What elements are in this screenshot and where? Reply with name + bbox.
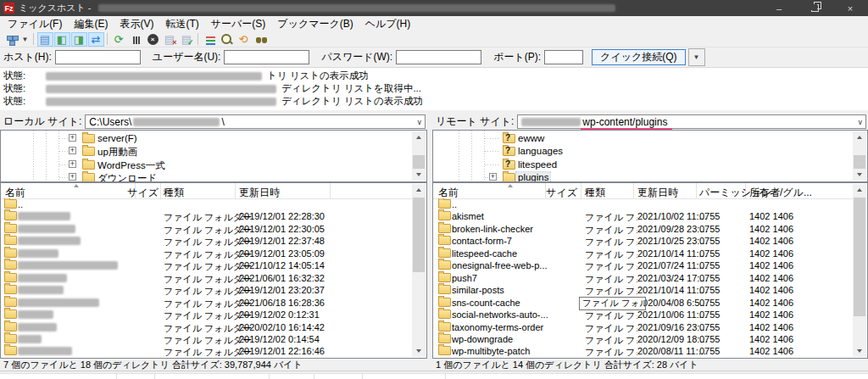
quickconnect-dropdown[interactable]: ▼	[688, 48, 705, 66]
file-row[interactable]: ファイル フォルダー2021/06/01 16:32:32	[1, 272, 412, 284]
menu-item[interactable]: ファイル(F)	[2, 16, 68, 32]
local-list-scrollbar[interactable]	[412, 184, 426, 357]
file-row[interactable]: ファイル フォルダー2020/02/10 16:14:42	[1, 321, 412, 333]
menu-item[interactable]: 編集(E)	[68, 16, 114, 32]
file-row[interactable]: broken-link-checkerファイル フォ...2021/09/28 …	[433, 223, 853, 235]
scroll-up-icon[interactable]	[853, 184, 866, 196]
find-files-button[interactable]	[253, 32, 269, 47]
chevron-down-icon[interactable]: ∨	[416, 118, 422, 126]
file-row[interactable]: akismetファイル フォ...2021/10/02 11:...075514…	[433, 210, 853, 222]
site-manager-dropdown[interactable]: ▼	[20, 32, 31, 47]
tree-item[interactable]: +ダウンロード	[1, 171, 411, 182]
file-row[interactable]: ファイル フォルダー2021/06/18 16:28:36	[1, 297, 412, 309]
scroll-down-icon[interactable]	[853, 345, 866, 357]
minimize-button[interactable]: –	[761, 0, 797, 16]
file-row[interactable]: litespeed-cacheファイル フォ...2021/10/14 11:.…	[433, 248, 853, 259]
file-row[interactable]: ..	[1, 198, 412, 210]
menu-item[interactable]: サーバー(S)	[205, 16, 272, 32]
tree-item[interactable]: +up用動画	[1, 145, 411, 158]
file-row[interactable]: social-networks-auto-...ファイル フォ...2021/1…	[433, 309, 853, 320]
file-row[interactable]: wp-downgradeファイル フォ...2020/12/09 18:...0…	[433, 333, 853, 345]
redacted-local-path	[133, 118, 220, 126]
cancel-button[interactable]: ×	[145, 32, 161, 47]
toggle-remote-tree-button[interactable]: ◨	[71, 32, 87, 47]
file-date: 2019/12/01 22:37:48	[239, 236, 325, 246]
disconnect-button[interactable]: ▤×	[162, 32, 178, 47]
remote-path-combobox[interactable]: wp-content/plugins ∨	[517, 114, 866, 129]
reconnect-button[interactable]: ▤✓	[179, 32, 195, 47]
restore-button[interactable]	[797, 0, 832, 16]
username-input[interactable]	[224, 50, 309, 64]
filter-button[interactable]	[202, 32, 218, 47]
expand-plus-icon[interactable]: +	[69, 134, 76, 142]
tree-item[interactable]: +plugins	[433, 171, 852, 182]
password-label: パスワード(W):	[321, 50, 392, 64]
file-row[interactable]: similar-postsファイル フォ...2021/10/14 11:...…	[433, 284, 853, 296]
file-row[interactable]: ファイル フォルダー2019/12/01 23:20:37	[1, 284, 412, 296]
password-input[interactable]	[396, 50, 481, 64]
toggle-local-tree-button[interactable]: ◧	[54, 32, 70, 47]
scroll-up-icon[interactable]	[412, 131, 426, 143]
tree-item[interactable]: +server(F)	[1, 132, 411, 145]
file-owner: 1402 1406	[749, 273, 793, 283]
host-input[interactable]	[55, 50, 141, 64]
file-row[interactable]: ファイル フォルダー2019/12/01 22:37:48	[1, 235, 412, 247]
menu-item[interactable]: 表示(V)	[114, 16, 159, 32]
site-manager-button[interactable]	[3, 32, 19, 47]
expand-plus-icon[interactable]: +	[489, 173, 497, 181]
refresh-button[interactable]: ⟳	[111, 32, 127, 47]
file-row[interactable]: ..	[433, 198, 853, 210]
tree-item[interactable]: ?ewww	[433, 132, 852, 145]
menu-item[interactable]: ヘルプ(H)	[359, 16, 417, 32]
expand-plus-icon[interactable]: +	[69, 147, 76, 154]
file-row[interactable]: ファイル フォルダー2019/12/02 0:12:31	[1, 309, 412, 320]
file-row[interactable]: contact-form-7ファイル フォ...2021/10/25 23:..…	[433, 235, 853, 247]
quickconnect-button[interactable]: クイック接続(Q)	[592, 49, 685, 65]
directory-comparison-button[interactable]	[219, 32, 235, 47]
scrollbar-thumb[interactable]	[413, 155, 425, 169]
file-row[interactable]: taxonomy-terms-orderファイル フォ...2021/09/16…	[433, 321, 853, 333]
file-date: 2021/10/12 14:05:14	[239, 260, 325, 270]
file-row[interactable]: wp-multibyte-patchファイル フォ...2020/08/11 1…	[433, 345, 853, 357]
file-row[interactable]: ファイル フォルダー2019/12/01 22:28:30	[1, 210, 412, 222]
expand-plus-icon[interactable]: +	[69, 173, 76, 181]
tree-item[interactable]: ?litespeed	[433, 159, 852, 171]
file-row[interactable]: ファイル フォルダー2019/12/01 22:16:46	[1, 345, 412, 357]
redacted-file-name	[18, 323, 57, 332]
file-row[interactable]: ファイル フォルダー2019/12/01 23:05:09	[1, 248, 412, 259]
folder-icon	[4, 298, 17, 307]
close-button[interactable]: ×	[832, 0, 868, 16]
scroll-up-icon[interactable]	[412, 184, 426, 196]
remote-tree-scrollbar[interactable]	[853, 131, 866, 181]
remote-list-scrollbar[interactable]	[853, 184, 866, 357]
port-input[interactable]	[544, 50, 583, 64]
scroll-down-icon[interactable]	[412, 169, 426, 181]
synchronized-browsing-button[interactable]: ⟲	[236, 32, 252, 47]
file-row[interactable]: ファイル フォルダー2019/12/01 22:30:05	[1, 223, 412, 235]
menu-item[interactable]: 転送(T)	[159, 16, 204, 32]
file-row[interactable]: ファイル フォルダー2021/10/12 14:05:14	[1, 259, 412, 271]
expand-plus-icon[interactable]: +	[69, 160, 76, 168]
toggle-local-tree-icon: ◧	[57, 34, 67, 45]
scroll-down-icon[interactable]	[412, 345, 426, 357]
toggle-message-log-button[interactable]: ▤	[37, 32, 53, 47]
scrollbar-thumb[interactable]	[413, 198, 425, 272]
queue-column-separator	[445, 374, 446, 379]
file-row[interactable]: onesignal-free-web-p...ファイル フォ...2021/07…	[433, 259, 853, 271]
local-tree-scrollbar[interactable]	[412, 131, 426, 181]
chevron-down-icon[interactable]: ∨	[857, 118, 863, 126]
scrollbar-thumb[interactable]	[854, 198, 865, 316]
tree-item[interactable]: +WordPress一式	[1, 159, 411, 171]
menu-item[interactable]: ブックマーク(B)	[271, 16, 359, 32]
scrollbar-thumb[interactable]	[854, 155, 865, 169]
tree-item[interactable]: ?languages	[433, 145, 852, 158]
scroll-up-icon[interactable]	[853, 131, 866, 143]
file-row[interactable]: ファイル フォルダー2019/12/02 0:14:54	[1, 333, 412, 345]
process-queue-button[interactable]	[128, 32, 144, 47]
port-label: ポート(P):	[493, 50, 541, 64]
folder-icon	[82, 134, 95, 143]
toggle-transfer-queue-button[interactable]: ⇄	[88, 32, 104, 47]
scroll-down-icon[interactable]	[853, 169, 866, 181]
file-row[interactable]: push7ファイル フォ...2021/03/24 17:...07551402…	[433, 272, 853, 284]
local-path-combobox[interactable]: C:\Users\ \ ∨	[85, 114, 426, 129]
